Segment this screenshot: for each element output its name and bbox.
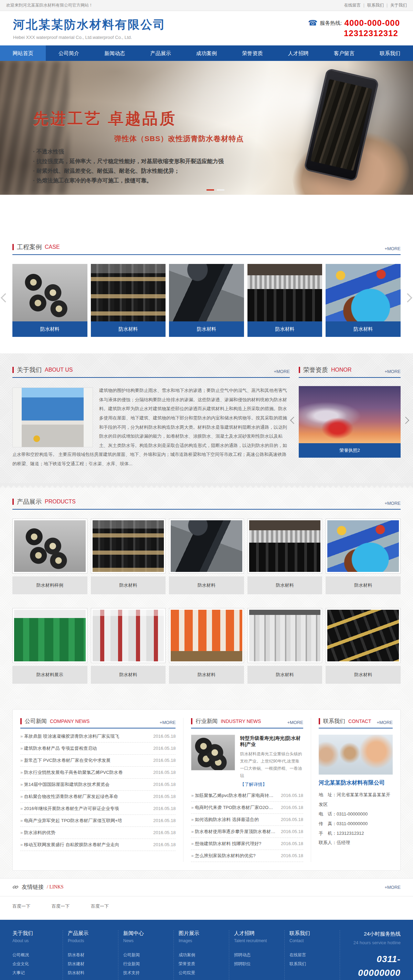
footer-link[interactable]: 防水建材: [68, 961, 115, 967]
company-news-more-link[interactable]: +MORE: [160, 720, 176, 725]
logo[interactable]: 河北某某防水材料有限公司 Hebei XXX waterproof materi…: [13, 17, 166, 40]
footer-link[interactable]: 成功案例: [179, 952, 226, 958]
footer-link[interactable]: 公司概况: [13, 952, 60, 958]
contact-header: 联系我们 CONTACT +MORE: [319, 718, 393, 729]
news-row[interactable]: 电商产业异军突起 TPO防水卷材厂家借互联网+培2016.05.18: [20, 815, 175, 827]
footer-link[interactable]: 防水材料: [68, 970, 115, 976]
nav-item-honor[interactable]: 荣誉资质: [230, 45, 275, 61]
topbar-link-message[interactable]: 在线留言: [344, 2, 367, 8]
footer-col-subtitle: Products: [68, 939, 115, 949]
news-row[interactable]: 自粘聚合物改性沥青防水卷材厂家发起绿色革命2016.05.18: [20, 791, 175, 803]
footer-col-title: 联系我们: [289, 930, 337, 937]
friend-link[interactable]: 百度一下: [52, 903, 70, 910]
news-row[interactable]: 防水卷材使用率逐步攀升屋顶防水卷材厂家朝节能环保方向发展2016.05.18: [191, 826, 303, 838]
product-card[interactable]: 防水材料: [325, 519, 400, 594]
product-card[interactable]: 防水材料: [247, 519, 322, 594]
news-row[interactable]: 电商时代来袭 TPO防水卷材厂家O2O如何转型?2016.05.18: [191, 802, 303, 814]
product-card[interactable]: 防水材料: [247, 608, 322, 684]
news-row[interactable]: 新常态下 PVC防水卷材厂家在变化中求发展2016.05.18: [20, 755, 175, 767]
featured-news-link[interactable]: 【了解详情】: [240, 781, 267, 788]
slider-dot[interactable]: [217, 189, 225, 191]
product-card[interactable]: 防水材料展示: [13, 608, 88, 684]
case-card[interactable]: 防水材料: [325, 264, 400, 337]
nav-item-jobs[interactable]: 人才招聘: [275, 45, 321, 61]
footer-link[interactable]: 行业新闻: [123, 961, 171, 967]
chevron-left-icon[interactable]: [290, 416, 297, 423]
footer-link[interactable]: 联系我们: [289, 961, 337, 967]
contact-more-link[interactable]: +MORE: [376, 720, 393, 725]
news-row[interactable]: 革故鼎新 喷涂速凝橡胶沥青防水涂料厂家实现飞2016.05.18: [20, 730, 175, 743]
footer-link[interactable]: 企业文化: [13, 961, 60, 967]
hotline-mobile: 12312312312: [344, 29, 400, 38]
product-card[interactable]: 防水材料: [325, 608, 400, 684]
nav-item-contact[interactable]: 联系我们: [367, 45, 413, 61]
honor-carousel[interactable]: 荣誉执照2: [299, 386, 400, 458]
news-row[interactable]: 建筑防水卷材产品 专项监督检查启动2016.05.18: [20, 743, 175, 755]
product-image: [92, 520, 164, 572]
cases-more-link[interactable]: +MORE: [384, 246, 400, 251]
industry-news-more-link[interactable]: +MORE: [287, 720, 303, 725]
nav-item-cases[interactable]: 成功案例: [183, 45, 229, 61]
contact-row: 传 真：0311-00000000: [319, 819, 393, 829]
nav-item-news[interactable]: 新闻动态: [92, 45, 138, 61]
footer-link[interactable]: 招聘动态: [234, 952, 282, 958]
news-row[interactable]: 第14届中国国际屋面和建筑防水技术展览会2016.05.18: [20, 779, 175, 791]
footer-link[interactable]: 公司院景: [179, 970, 226, 976]
news-row[interactable]: 移动互联网发展盛行 自粘胶膜防水卷材产业走向2016.05.18: [20, 839, 175, 851]
featured-news-title[interactable]: 转型升级看寿光|寿光|防水材料|产业: [240, 735, 303, 748]
product-card[interactable]: 防水材料: [91, 608, 166, 684]
about-more-link[interactable]: +MORE: [274, 369, 290, 374]
chevron-right-icon[interactable]: [403, 293, 412, 302]
topbar-link-about[interactable]: 关于我们: [390, 2, 407, 8]
product-card[interactable]: 防水材料: [169, 608, 244, 684]
chevron-left-icon[interactable]: [1, 293, 10, 302]
links-more-link[interactable]: +MORE: [384, 885, 400, 890]
footer-link[interactable]: 技术支持: [123, 970, 171, 976]
red-bar-icon: [299, 367, 300, 373]
section-cases: 工程案例 CASE +MORE 防水材料 防水材料 防水材料: [0, 195, 413, 353]
slider-dot-active[interactable]: [206, 189, 214, 191]
chevron-right-icon[interactable]: [402, 416, 409, 423]
news-row[interactable]: 2016年继续开展防水卷材生产许可获证企业专项2016.05.18: [20, 803, 175, 815]
footer-link[interactable]: 荣誉资质: [179, 961, 226, 967]
product-grid: 防水材料样例 防水材料 防水材料 防水材料 防水材料 防水材料展示: [13, 519, 400, 684]
industry-news-title-cn: 行业新闻: [196, 718, 217, 725]
header: 河北某某防水材料有限公司 Hebei XXX waterproof materi…: [0, 11, 413, 45]
footer-link[interactable]: 防水卷材: [68, 952, 115, 958]
case-card[interactable]: 防水材料: [169, 264, 244, 337]
footer-link[interactable]: 大事记: [13, 970, 60, 976]
hotline-block: ☎ 服务热线: 4000-000-000 12312312312: [308, 18, 400, 38]
news-row[interactable]: 防水行业悄然发展电子商务助聚氯乙烯PVC防水卷2016.05.18: [20, 767, 175, 779]
footer-col-title: 关于我们: [13, 930, 60, 937]
news-row[interactable]: 加筋聚氯乙烯pvc防水卷材厂家电商转系之路2016.05.18: [191, 790, 303, 802]
news-row[interactable]: 如何选购防水涂料 选择最适合的2016.05.18: [191, 814, 303, 826]
products-more-link[interactable]: +MORE: [384, 501, 400, 506]
friend-link[interactable]: 百度一下: [13, 903, 30, 910]
contact-row: 地 址：河北省某某市某某县某某开发区: [319, 790, 393, 809]
footer-link[interactable]: 招聘职位: [234, 961, 282, 967]
red-bar-icon: [319, 718, 320, 724]
nav-item-home[interactable]: 网站首页: [0, 45, 46, 61]
friend-link[interactable]: 百度一下: [91, 903, 109, 910]
links-title-cn: 友情链接: [22, 884, 44, 891]
nav-item-profile[interactable]: 公司简介: [46, 45, 92, 61]
case-card[interactable]: 防水材料: [247, 264, 322, 337]
footer-link[interactable]: 在线留言: [289, 952, 337, 958]
nav-item-products[interactable]: 产品展示: [138, 45, 183, 61]
news-row[interactable]: 想做建筑防水材料 找哪家代理好?2016.05.18: [191, 838, 303, 850]
product-card[interactable]: 防水材料样例: [13, 519, 88, 594]
footer-col-subtitle: Talent recruitment: [234, 939, 282, 949]
topbar-link-contact[interactable]: 联系我们: [367, 2, 390, 8]
footer-link[interactable]: 公司新闻: [123, 952, 171, 958]
news-row[interactable]: 怎么辨别家装防水材料的优劣?2016.05.18: [191, 850, 303, 862]
product-image: [249, 520, 321, 572]
product-card[interactable]: 防水材料: [169, 519, 244, 594]
case-card[interactable]: 防水材料: [91, 264, 166, 337]
product-card[interactable]: 防水材料: [91, 519, 166, 594]
news-row[interactable]: 防水涂料的优势2016.05.18: [20, 827, 175, 839]
nav-item-message[interactable]: 客户留言: [321, 45, 367, 61]
product-caption: 防水材料: [247, 666, 322, 684]
red-bar-icon: [13, 499, 14, 505]
case-card[interactable]: 防水材料: [13, 264, 88, 337]
honor-more-link[interactable]: +MORE: [384, 369, 400, 374]
